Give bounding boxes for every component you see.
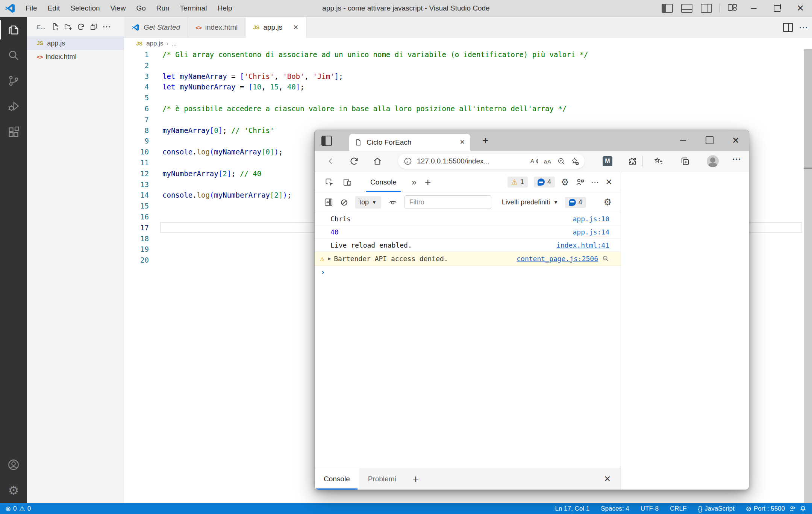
source-link[interactable]: content_page.js:2506 [517,255,598,263]
focus-mode-icon[interactable] [575,177,585,187]
menu-view[interactable]: View [105,4,131,12]
browser-minimize-button[interactable]: ─ [670,130,696,151]
console-sidebar-icon[interactable] [324,197,333,207]
code-line-3[interactable]: 3let myNameArray = ['Chris', 'Bob', 'Jim… [124,71,812,82]
url-text[interactable]: 127.0.0.1:5500/index... [417,157,525,165]
translate-icon[interactable]: aA [543,157,552,166]
add-favorite-icon[interactable] [570,157,579,166]
editor-tab-get-started[interactable]: Get Started [124,17,188,38]
toggle-secondary-sidebar-icon[interactable] [701,4,712,13]
more-panels-icon[interactable]: » [412,177,417,187]
inspect-element-icon[interactable] [324,177,334,187]
toggle-panel-icon[interactable] [681,4,692,13]
source-link[interactable]: app.js:10 [573,215,609,223]
browser-settings-dots-icon[interactable]: ⋯ [732,154,742,164]
toggle-sidebar-icon[interactable] [662,4,673,13]
browser-tab[interactable]: Ciclo ForEach ✕ [349,134,470,151]
editor-scrollbar[interactable] [804,49,812,503]
source-control-icon[interactable] [0,68,27,94]
problems-indicator[interactable]: ⊗ 0 ⚠ 0 [5,505,31,513]
extensions-icon[interactable] [0,119,27,145]
collections-icon[interactable] [680,156,690,166]
editor-tab-index.html[interactable]: <>index.html [188,17,245,38]
explorer-icon[interactable] [0,17,27,42]
menu-help[interactable]: Help [212,4,237,12]
new-file-icon[interactable] [49,20,62,33]
tab-close-icon[interactable]: ✕ [460,138,465,146]
drawer-add-icon[interactable]: + [413,473,419,485]
new-tab-icon[interactable]: + [482,135,488,147]
status-ln-17-col-1[interactable]: Ln 17, Col 1 [555,505,589,512]
file-item-app.js[interactable]: JSapp.js [27,36,124,50]
search-source-icon[interactable] [602,255,609,262]
breadcrumb-file[interactable]: app.js [146,40,163,47]
menu-file[interactable]: File [20,4,42,12]
collapse-folders-icon[interactable] [88,20,100,33]
m-extension-badge[interactable]: M [603,156,612,166]
messages-badge[interactable]: 4 [534,177,555,187]
editor-tab-app.js[interactable]: JSapp.js✕ [245,17,306,38]
tab-actions-menu-icon[interactable] [321,136,332,146]
status-port-5500[interactable]: ⊘Port : 5500 [746,505,785,513]
editor-scrollbar-thumb[interactable] [804,49,812,169]
source-link[interactable]: app.js:14 [573,228,609,236]
code-line-1[interactable]: 1/* Gli array consentono di associare ad… [124,49,812,60]
zoom-in-icon[interactable] [557,157,566,166]
filter-input[interactable] [404,195,491,209]
menu-selection[interactable]: Selection [65,4,105,12]
expand-arrow-icon[interactable]: ▶ [328,256,331,261]
favorites-bar-icon[interactable] [654,156,664,166]
code-line-4[interactable]: 4let myNumberArray = [10, 15, 40]; [124,82,812,92]
warnings-badge[interactable]: ⚠1 [508,177,528,187]
restore-button[interactable] [765,0,789,17]
notifications-bell-icon[interactable] [799,505,807,512]
run-debug-icon[interactable] [0,94,27,119]
source-link[interactable]: index.html:41 [556,241,609,249]
browser-maximize-button[interactable] [696,130,723,151]
read-aloud-icon[interactable]: A [530,157,539,166]
split-editor-icon[interactable] [783,23,793,32]
code-line-7[interactable]: 7 [124,114,812,125]
devtools-settings-icon[interactable]: ⚙ [561,178,569,187]
live-expression-eye-icon[interactable] [388,197,398,207]
drawer-tab-problemi[interactable]: Problemi [359,468,405,490]
address-bar[interactable]: 127.0.0.1:5500/index... A aA [398,154,585,169]
refresh-icon[interactable] [349,156,359,166]
code-line-2[interactable]: 2 [124,60,812,71]
breadcrumb-rest[interactable]: ... [171,40,177,47]
code-line-5[interactable]: 5 [124,92,812,103]
devtools-more-icon[interactable]: ⋯ [591,177,600,187]
info-icon[interactable] [403,157,412,166]
customize-layout-icon[interactable] [728,4,737,12]
new-folder-icon[interactable] [62,20,75,33]
status-crlf[interactable]: CRLF [670,505,686,512]
menu-terminal[interactable]: Terminal [175,4,212,12]
drawer-tab-console[interactable]: Console [315,468,359,490]
messages-badge-2[interactable]: 4 [565,197,586,208]
browser-close-button[interactable]: ✕ [723,130,749,151]
breadcrumb[interactable]: JS app.js › ... [124,38,812,49]
file-item-index.html[interactable]: <>index.html [27,50,124,63]
clear-console-icon[interactable]: ⊘ [340,198,348,207]
devtools-tab-console[interactable]: Console [364,172,403,192]
home-icon[interactable] [373,156,382,166]
feedback-icon[interactable] [789,505,796,512]
minimize-button[interactable]: ─ [742,0,765,17]
status-javascript[interactable]: {}JavaScript [698,505,734,513]
settings-gear-icon[interactable]: ⚙ [0,478,27,503]
close-button[interactable]: ✕ [789,0,812,17]
context-selector[interactable]: top▼ [355,196,381,209]
search-icon[interactable] [0,42,27,68]
log-levels-selector[interactable]: Livelli predefiniti▼ [502,198,558,206]
menu-go[interactable]: Go [131,4,151,12]
console-prompt-row[interactable]: › [315,266,621,278]
status-utf-8[interactable]: UTF-8 [641,505,659,512]
account-icon[interactable] [0,452,27,478]
back-icon[interactable] [326,156,336,166]
tab-close-icon[interactable]: ✕ [293,23,298,32]
devtools-close-icon[interactable]: ✕ [606,177,612,187]
add-panel-icon[interactable]: + [425,176,431,188]
device-emulation-icon[interactable] [342,177,352,187]
browser-page-content[interactable] [621,172,749,490]
status-spaces-4[interactable]: Spaces: 4 [601,505,629,512]
